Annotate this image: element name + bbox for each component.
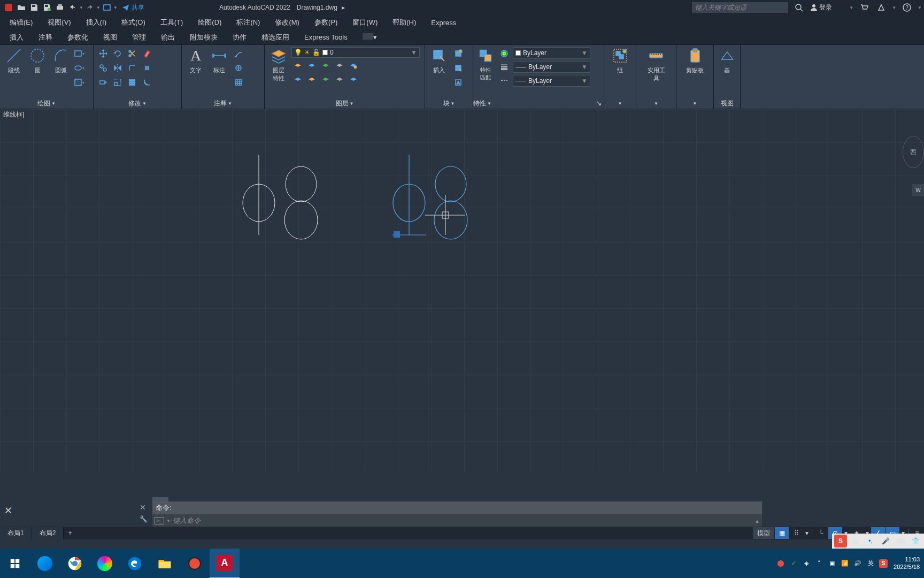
tray-lang[interactable]: 英	[866, 559, 875, 568]
lineweight-combo[interactable]: ByLayer ▼	[513, 61, 590, 73]
layout-add-button[interactable]: +	[64, 528, 76, 538]
ime-mic-icon[interactable]: 🎤	[879, 535, 892, 547]
tool-dimension[interactable]: 标注	[209, 47, 230, 74]
tool-move[interactable]	[97, 47, 110, 60]
tool-mirror[interactable]	[111, 62, 124, 74]
menu-tools[interactable]: 工具(T)	[153, 16, 191, 29]
menu-modify[interactable]: 修改(M)	[267, 16, 307, 29]
panel-title-annotation[interactable]: 注释▼	[182, 98, 264, 109]
command-input[interactable]: 键入命令	[173, 516, 752, 526]
drawing-canvas[interactable]: 维线框] 西 W	[0, 109, 924, 473]
commandline-close-icon[interactable]: ✕	[140, 503, 146, 512]
tool-circle[interactable]: 圆	[27, 47, 48, 74]
tray-app-icon[interactable]: ▣	[827, 559, 837, 568]
tab-appearance[interactable]: ▾	[355, 31, 384, 43]
tool-leader[interactable]	[232, 47, 245, 60]
menu-app-icon[interactable]	[3, 2, 14, 13]
tool-text[interactable]: A 文字	[185, 47, 206, 74]
tray-record-icon[interactable]	[776, 559, 786, 568]
tray-volume-icon[interactable]: 🔊	[853, 559, 863, 568]
menu-help[interactable]: 帮助(H)	[385, 16, 424, 29]
menu-view[interactable]: 视图(V)	[40, 16, 78, 29]
layout-tab-2[interactable]: 布局2	[32, 527, 64, 539]
task-chrome-icon[interactable]	[60, 549, 90, 578]
tool-trim[interactable]	[126, 47, 138, 60]
task-record-icon[interactable]	[180, 549, 210, 578]
tool-measure[interactable]: 实用工具	[645, 47, 667, 82]
commandline-settings-icon[interactable]: 🔧	[140, 515, 148, 523]
tab-collaborate[interactable]: 协作	[225, 31, 254, 44]
task-autocad-icon[interactable]: A	[210, 549, 240, 578]
search-icon[interactable]	[793, 2, 805, 13]
menu-draw[interactable]: 绘图(D)	[190, 16, 229, 29]
task-browser-1-icon[interactable]	[30, 549, 60, 578]
commandline-grip[interactable]	[152, 497, 168, 501]
tab-featured[interactable]: 精选应用	[254, 31, 297, 44]
tool-layer-properties[interactable]: 图层 特性	[268, 47, 289, 82]
linetype-combo[interactable]: ByLayer ▼	[513, 75, 590, 87]
tab-addins[interactable]: 附加模块	[182, 31, 225, 44]
tool-rotate[interactable]	[111, 47, 124, 60]
status-ortho-icon[interactable]: └	[814, 527, 828, 539]
panel-title-clipboard[interactable]: ▼	[676, 98, 713, 109]
tray-security-icon[interactable]: ◈	[802, 559, 811, 568]
menu-window[interactable]: 窗口(W)	[345, 16, 385, 29]
tool-erase-icon[interactable]	[141, 47, 153, 60]
saveas-icon[interactable]	[41, 2, 53, 13]
tool-match-properties[interactable]: 特性 匹配	[476, 47, 495, 81]
layer-unlock-icon[interactable]	[333, 74, 346, 85]
tool-table[interactable]	[232, 76, 245, 89]
tool-stretch[interactable]	[97, 76, 110, 89]
layer-prev-icon[interactable]	[347, 74, 360, 85]
ime-toolbar[interactable]: S 英 •, 🎤 ⌨ 👕	[832, 534, 924, 549]
close-viewport-icon[interactable]: ✕	[4, 505, 12, 516]
undo-icon[interactable]	[67, 2, 79, 13]
wcs-indicator[interactable]: W	[912, 184, 924, 196]
command-history-up[interactable]: ▲	[754, 518, 760, 524]
panel-title-draw[interactable]: 绘图▼	[0, 98, 93, 109]
panel-title-utilities[interactable]: ▼	[636, 98, 676, 109]
autodesk-app-icon[interactable]	[875, 2, 887, 13]
tab-insert[interactable]: 插入	[2, 31, 31, 44]
tool-array[interactable]	[126, 76, 138, 89]
layer-freeze-icon[interactable]	[305, 60, 318, 71]
tool-hatch[interactable]: ▾	[74, 76, 87, 89]
cart-icon[interactable]	[858, 2, 870, 13]
linetype-icon[interactable]	[498, 74, 511, 87]
layer-off-icon[interactable]	[291, 60, 304, 71]
login-button[interactable]: 登录	[810, 3, 832, 12]
ime-lang[interactable]: 英	[849, 535, 862, 547]
tray-ime-icon[interactable]: S	[879, 559, 888, 568]
tool-insert-block[interactable]: 插入	[428, 47, 450, 74]
tool-ellipse[interactable]: ▾	[74, 62, 87, 74]
menu-dimension[interactable]: 标注(N)	[229, 16, 267, 29]
tool-base[interactable]: 基	[717, 47, 737, 74]
menu-edit[interactable]: 编辑(E)	[2, 16, 40, 29]
color-wheel-icon[interactable]	[498, 47, 511, 60]
share-button[interactable]: 共享	[122, 3, 144, 12]
ime-keyboard-icon[interactable]: ⌨	[894, 535, 907, 547]
redo-icon[interactable]	[84, 2, 96, 13]
help-search-input[interactable]: 键入关键字或短语	[692, 2, 788, 13]
layer-lock-icon[interactable]	[319, 60, 332, 71]
panel-title-properties[interactable]: 特性▼↘	[473, 98, 604, 109]
ime-punct-icon[interactable]: •,	[864, 535, 877, 547]
tab-manage[interactable]: 管理	[125, 31, 153, 44]
layout-tab-1[interactable]: 布局1	[0, 527, 32, 539]
start-button[interactable]	[0, 549, 30, 578]
login-dropdown[interactable]: ▼	[849, 5, 853, 10]
tool-attribute[interactable]: A	[452, 76, 465, 89]
status-snap-icon[interactable]: ⠿	[789, 527, 803, 539]
lineweight-icon[interactable]	[498, 60, 511, 73]
task-browser-2-icon[interactable]	[90, 549, 120, 578]
tool-group[interactable]: 组	[610, 47, 631, 74]
status-model-button[interactable]: 模型	[753, 527, 774, 539]
tool-explode-icon[interactable]	[141, 62, 153, 74]
tab-annotate[interactable]: 注释	[31, 31, 60, 44]
print-icon[interactable]	[54, 2, 66, 13]
tool-line[interactable]: 段线	[3, 47, 25, 74]
save-icon[interactable]	[28, 2, 40, 13]
open-icon[interactable]	[16, 2, 27, 13]
tool-paste[interactable]: 剪贴板	[684, 47, 706, 74]
menu-insert[interactable]: 插入(I)	[79, 16, 114, 29]
